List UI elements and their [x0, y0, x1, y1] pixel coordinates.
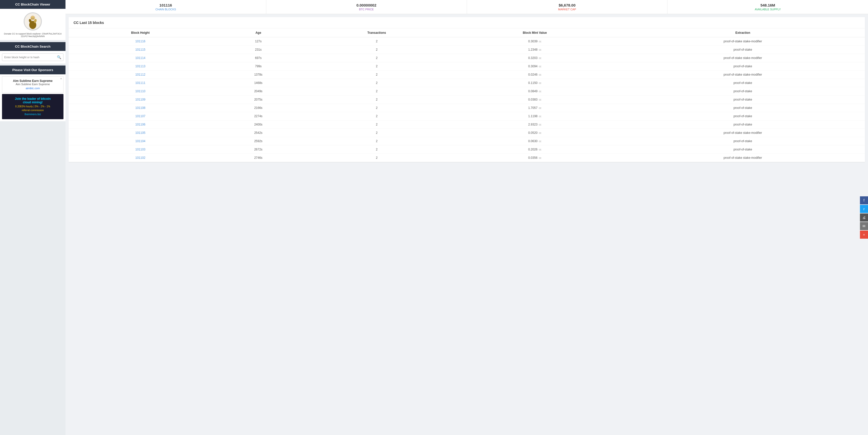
block-txns-cell: 2 — [304, 95, 449, 104]
print-button[interactable]: 🖨 — [860, 213, 868, 222]
stats-bar: 101116 CHAIN BLOCKS 0.00000002 BTC PRICE… — [65, 0, 868, 14]
cc-suffix: cc — [539, 57, 541, 59]
block-height-cell[interactable]: 101104 — [68, 137, 212, 145]
block-height-link[interactable]: 101105 — [135, 131, 145, 135]
main-content: 101116 CHAIN BLOCKS 0.00000002 BTC PRICE… — [65, 0, 868, 435]
block-age-cell: 2075s — [212, 95, 305, 104]
block-height-link[interactable]: 101115 — [135, 48, 145, 51]
block-txns-cell: 2 — [304, 70, 449, 79]
ad1-sub: Aim Sublime Earn Supreme — [4, 83, 61, 86]
block-height-cell[interactable]: 101116 — [68, 37, 212, 46]
block-mint-cell: 0.0356 cc — [449, 154, 620, 162]
search-input[interactable] — [2, 54, 55, 60]
block-mint-cell: 0.0246 cc — [449, 70, 620, 79]
block-height-link[interactable]: 101112 — [135, 73, 145, 76]
block-extraction-cell: proof-of-stake stake-modifier — [621, 70, 865, 79]
block-height-cell[interactable]: 101115 — [68, 46, 212, 54]
block-age-cell: 2274s — [212, 112, 305, 120]
stat-label: CHAIN BLOCKS — [69, 8, 262, 11]
email-button[interactable]: ✉ — [860, 222, 868, 230]
block-age-cell: 697s — [212, 54, 305, 62]
block-age-cell: 2746s — [212, 154, 305, 162]
stat-label: BTC PRICE — [270, 8, 463, 11]
block-height-cell[interactable]: 101111 — [68, 79, 212, 87]
block-height-link[interactable]: 101103 — [135, 148, 145, 151]
block-extraction-cell: proof-of-stake — [621, 104, 865, 112]
block-height-link[interactable]: 101114 — [135, 56, 145, 60]
block-height-cell[interactable]: 101109 — [68, 95, 212, 104]
block-height-link[interactable]: 101108 — [135, 106, 145, 110]
block-height-cell[interactable]: 101105 — [68, 129, 212, 137]
block-mint-cell: 0.0849 cc — [449, 87, 620, 95]
sidebar-logo-area: CC Donate CC to support block explorer: … — [0, 9, 65, 40]
plus-button[interactable]: + — [860, 231, 868, 239]
block-height-cell[interactable]: 101112 — [68, 70, 212, 79]
block-extraction-cell: proof-of-stake — [621, 137, 865, 145]
ad2-line2: cloud mining! — [4, 100, 61, 104]
block-height-cell[interactable]: 101114 — [68, 54, 212, 62]
block-mint-cell: 0.1150 cc — [449, 79, 620, 87]
block-height-cell[interactable]: 101102 — [68, 154, 212, 162]
block-txns-cell: 2 — [304, 37, 449, 46]
donate-text: Donate CC to support block explorer: Cf4… — [2, 32, 63, 37]
block-height-cell[interactable]: 101103 — [68, 145, 212, 154]
block-txns-cell: 2 — [304, 145, 449, 154]
block-height-link[interactable]: 101106 — [135, 123, 145, 126]
sidebar-viewer-title: CC BlockChain Viewer — [0, 0, 65, 9]
table-title: CC Last 15 blocks — [68, 17, 865, 28]
cc-suffix: cc — [539, 115, 541, 118]
cc-suffix: cc — [539, 82, 541, 84]
table-row: 1011111468s20.1150 ccproof-of-stake — [68, 79, 865, 87]
block-height-link[interactable]: 101113 — [135, 64, 145, 68]
block-height-link[interactable]: 101107 — [135, 114, 145, 118]
block-extraction-cell: proof-of-stake stake-modifier — [621, 37, 865, 46]
block-extraction-cell: proof-of-stake stake-modifier — [621, 129, 865, 137]
stat-item-chain-blocks: 101116 CHAIN BLOCKS — [65, 0, 266, 14]
block-height-link[interactable]: 101110 — [135, 89, 145, 93]
table-body: 101116127s20.3039 ccproof-of-stake stake… — [68, 37, 865, 162]
ad-box-2: Join the leader of bitcoin cloud mining!… — [2, 94, 63, 119]
table-row: 1011082166s21.7057 ccproof-of-stake — [68, 104, 865, 112]
cc-suffix: cc — [539, 123, 541, 126]
twitter-button[interactable]: 𝕣 — [860, 205, 868, 213]
block-extraction-cell: proof-of-stake — [621, 112, 865, 120]
block-height-link[interactable]: 101116 — [135, 39, 145, 43]
block-height-link[interactable]: 101104 — [135, 139, 145, 143]
block-age-cell: 799s — [212, 62, 305, 70]
block-height-link[interactable]: 101109 — [135, 98, 145, 101]
facebook-button[interactable]: f — [860, 196, 868, 204]
ad1-link[interactable]: aimbtc.com — [26, 87, 40, 90]
search-section-title: CC BlockChain Search — [0, 42, 65, 51]
block-height-cell[interactable]: 101106 — [68, 120, 212, 129]
block-age-cell: 2049s — [212, 87, 305, 95]
block-mint-cell: 1.7057 cc — [449, 104, 620, 112]
block-height-link[interactable]: 101102 — [135, 156, 145, 160]
ad2-line4: referral commission — [4, 109, 61, 112]
svg-text:CC: CC — [31, 17, 34, 20]
block-height-link[interactable]: 101111 — [135, 81, 145, 85]
block-age-cell: 231s — [212, 46, 305, 54]
block-height-cell[interactable]: 101110 — [68, 87, 212, 95]
sponsors-title: Please Visit Our Sponsors — [0, 65, 65, 74]
block-txns-cell: 2 — [304, 54, 449, 62]
block-mint-cell: 0.2026 cc — [449, 145, 620, 154]
block-extraction-cell: proof-of-stake — [621, 62, 865, 70]
block-height-cell[interactable]: 101107 — [68, 112, 212, 120]
stat-label: AVAILABLE SUPPLY — [672, 8, 864, 11]
table-row: 1011042592s20.0630 ccproof-of-stake — [68, 137, 865, 145]
block-mint-cell: 0.0383 cc — [449, 95, 620, 104]
table-row: 101114697s20.3203 ccproof-of-stake stake… — [68, 54, 865, 62]
block-txns-cell: 2 — [304, 79, 449, 87]
search-button[interactable]: 🔍 — [55, 54, 63, 61]
block-age-cell: 2672s — [212, 145, 305, 154]
block-mint-cell: 0.3094 cc — [449, 62, 620, 70]
cc-suffix: cc — [539, 140, 541, 143]
block-txns-cell: 2 — [304, 120, 449, 129]
search-box[interactable]: 🔍 — [2, 53, 63, 61]
block-extraction-cell: proof-of-stake — [621, 145, 865, 154]
ad2-link[interactable]: theminers.biz — [25, 113, 41, 116]
sponsors-area: ▲ Aim Sublime Earn Supreme Aim Sublime E… — [0, 74, 65, 121]
block-height-cell[interactable]: 101108 — [68, 104, 212, 112]
block-height-cell[interactable]: 101113 — [68, 62, 212, 70]
cc-suffix: cc — [539, 48, 541, 51]
